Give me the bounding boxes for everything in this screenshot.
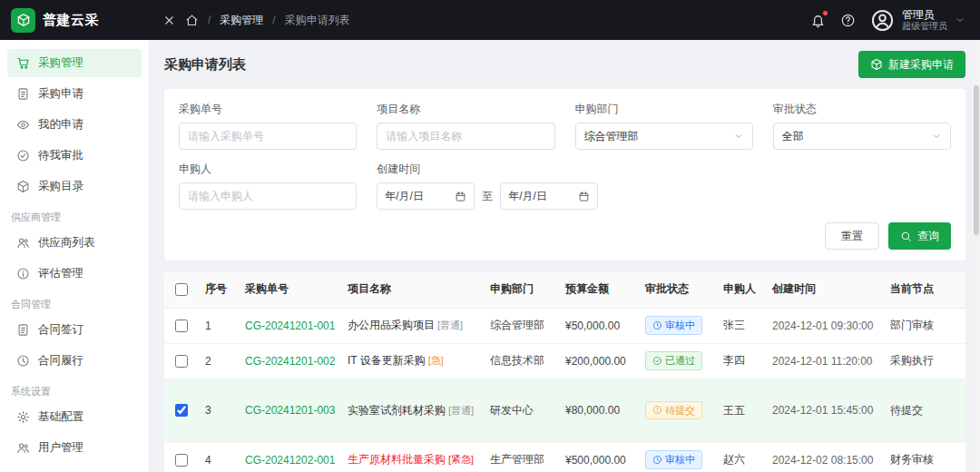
- help-icon[interactable]: [840, 13, 856, 28]
- search-icon: [900, 231, 912, 242]
- table-header-row: 序号采购单号项目名称申购部门预算金额审批状态申购人创建时间当前节点操作: [164, 271, 965, 308]
- sidebar-item[interactable]: 合同签订: [7, 316, 142, 344]
- sidebar-item[interactable]: 采购申请: [7, 80, 142, 108]
- approval-status-label: 审批状态: [773, 102, 951, 117]
- page-title: 采购申请列表: [164, 56, 246, 74]
- sidebar-item-label: 用户管理: [38, 440, 83, 456]
- calendar-icon: [578, 191, 590, 202]
- request-table: 序号采购单号项目名称申购部门预算金额审批状态申购人创建时间当前节点操作 1 CG…: [164, 271, 965, 472]
- user-menu[interactable]: 管理员 超级管理员: [870, 8, 965, 33]
- main-content: 采购申请列表 新建采购申请 采购单号 项目名称 申购部门: [150, 40, 980, 472]
- sidebar-item[interactable]: 供应商列表: [7, 229, 142, 257]
- department-cell: 综合管理部: [483, 308, 558, 343]
- date-range-separator: 至: [482, 189, 493, 204]
- breadcrumb-item-root[interactable]: 采购管理: [220, 13, 263, 28]
- gear-icon: [16, 410, 30, 424]
- table-row[interactable]: 2 CG-20241201-002 IT 设备更新采购[急] 信息技术部 ¥20…: [164, 343, 965, 379]
- budget-amount-cell: ¥80,000.00: [558, 379, 638, 442]
- column-header: 申购部门: [483, 271, 558, 308]
- department-select[interactable]: 综合管理部: [575, 123, 753, 150]
- table-row[interactable]: 3 CG-20241201-003 实验室试剂耗材采购[普通] 研发中心 ¥80…: [164, 379, 965, 442]
- user-role: 超级管理员: [902, 21, 947, 32]
- priority-tag: [急]: [428, 355, 444, 366]
- order-number-link[interactable]: CG-20241201-003: [245, 404, 335, 417]
- people-icon: [16, 441, 30, 455]
- budget-amount-cell: ¥50,000.00: [558, 308, 638, 343]
- scrollbar-thumb[interactable]: [974, 85, 979, 235]
- column-header: 审批状态: [638, 271, 716, 308]
- check-circle-icon: [16, 149, 30, 162]
- approval-status-select[interactable]: 全部: [773, 123, 951, 150]
- row-checkbox[interactable]: [175, 404, 188, 417]
- new-request-button[interactable]: 新建采购申请: [858, 51, 965, 78]
- sidebar-menu: 采购管理采购申请我的申请待我审批采购目录供应商管理供应商列表评估管理合同管理合同…: [0, 40, 150, 472]
- table-row[interactable]: 4 CG-20241202-001 生产原材料批量采购[紧急] 生产管理部 ¥5…: [164, 442, 965, 472]
- order-number-link[interactable]: CG-20241202-001: [245, 454, 335, 467]
- sidebar-item-label: 采购管理: [38, 55, 83, 71]
- order-no-label: 采购单号: [179, 102, 357, 117]
- home-icon[interactable]: [185, 14, 199, 27]
- budget-amount-cell: ¥200,000.00: [558, 343, 638, 379]
- clock-icon: [16, 354, 30, 368]
- sidebar-group-label: 系统设置: [7, 378, 142, 403]
- column-header: 序号: [198, 271, 238, 308]
- department-label: 申购部门: [575, 102, 753, 117]
- doc-icon: [16, 323, 30, 337]
- table-row[interactable]: 1 CG-20241201-001 办公用品采购项目[普通] 综合管理部 ¥50…: [164, 308, 965, 343]
- row-checkbox[interactable]: [175, 355, 188, 368]
- breadcrumb: / 采购管理 / 采购申请列表: [150, 13, 350, 28]
- sidebar-item-label: 待我审批: [38, 148, 83, 163]
- sidebar-item[interactable]: 评估管理: [7, 260, 142, 288]
- order-number-link[interactable]: CG-20241201-002: [245, 355, 335, 368]
- create-time-cell: 2024-12-01 09:30:00: [765, 308, 883, 343]
- approval-status-cell: 审核中: [638, 442, 716, 472]
- sidebar-item[interactable]: 采购目录: [7, 172, 142, 201]
- row-checkbox[interactable]: [175, 454, 188, 467]
- applicant-input[interactable]: [179, 182, 357, 210]
- row-index: 3: [198, 379, 238, 442]
- close-icon[interactable]: [162, 14, 176, 27]
- approval-status-cell: 审核中: [638, 308, 716, 343]
- create-time-cell: 2024-12-01 15:45:00: [765, 379, 883, 442]
- date-end-input[interactable]: 年/月/日: [500, 182, 598, 210]
- breadcrumb-item-current: 采购申请列表: [285, 13, 350, 28]
- project-name: 实验室试剂耗材采购: [348, 404, 446, 417]
- order-no-input[interactable]: [179, 123, 357, 150]
- row-checkbox[interactable]: [175, 320, 188, 332]
- column-header: 当前节点: [883, 271, 965, 308]
- priority-tag: [普通]: [448, 405, 474, 416]
- select-all-checkbox[interactable]: [175, 283, 188, 296]
- notification-dot: [822, 10, 828, 16]
- sidebar-item-label: 评估管理: [38, 266, 83, 281]
- order-number-link[interactable]: CG-20241201-001: [245, 320, 335, 332]
- scrollbar-track[interactable]: [973, 40, 980, 472]
- sidebar-item[interactable]: 用户管理: [7, 434, 142, 462]
- sidebar-item[interactable]: 采购管理: [7, 49, 142, 77]
- sidebar-item-label: 供应商列表: [38, 235, 95, 251]
- sidebar-item[interactable]: 我的申请: [7, 111, 142, 139]
- status-badge: 已通过: [645, 351, 702, 369]
- sidebar-item[interactable]: 合同履行: [7, 347, 142, 375]
- avatar: [870, 8, 895, 33]
- search-button[interactable]: 查询: [888, 222, 951, 250]
- sidebar-item[interactable]: 基础配置: [7, 403, 142, 431]
- status-badge: 审核中: [645, 450, 702, 468]
- sidebar-item-label: 合同签订: [38, 322, 83, 338]
- project-name-input[interactable]: [377, 123, 554, 150]
- sidebar-group-label: 合同管理: [7, 290, 142, 316]
- project-name: IT 设备更新采购: [348, 354, 426, 367]
- applicant-label: 申购人: [179, 162, 357, 177]
- app-logo[interactable]: 普建云采: [0, 8, 150, 33]
- approval-status-cell: 已通过: [638, 343, 716, 379]
- column-header: 创建时间: [765, 271, 883, 308]
- current-node-cell: 部门审核: [883, 308, 965, 343]
- sidebar-item-label: 基础配置: [38, 409, 83, 425]
- project-name: 生产原材料批量采购: [348, 453, 446, 466]
- notification-bell-icon[interactable]: [810, 13, 826, 28]
- reset-button[interactable]: 重置: [825, 222, 879, 250]
- column-header: 采购单号: [238, 271, 340, 308]
- priority-tag: [普通]: [437, 320, 463, 330]
- sidebar-item[interactable]: 待我审批: [7, 142, 142, 170]
- logo-box-icon: [11, 8, 35, 33]
- date-start-input[interactable]: 年/月/日: [377, 182, 475, 210]
